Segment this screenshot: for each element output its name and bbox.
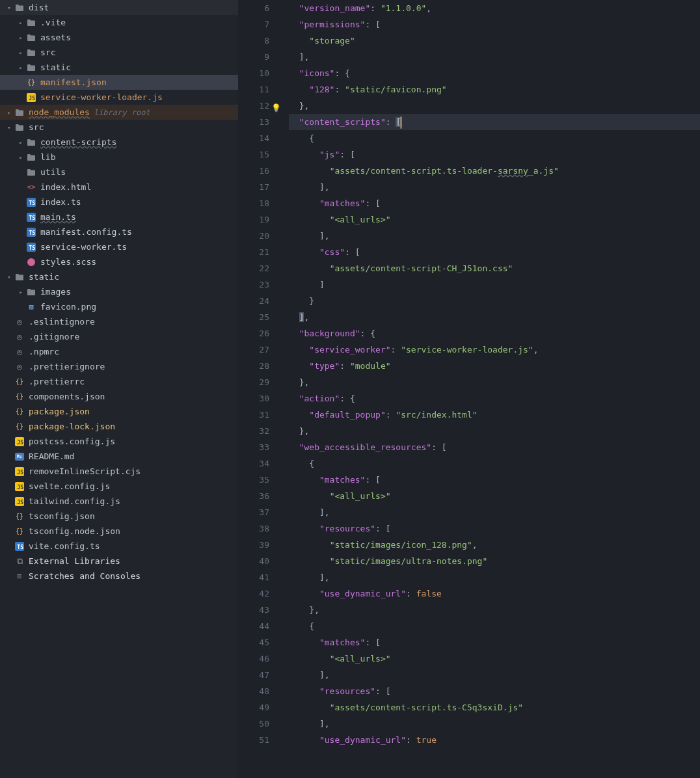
tree-item[interactable]: ▾static	[0, 269, 238, 284]
code-line[interactable]: "<all_urls>"	[289, 651, 700, 667]
tree-item[interactable]: ▸.vite	[0, 15, 238, 30]
code-line[interactable]: "background": {	[289, 325, 700, 342]
code-line[interactable]: "use_dynamic_url": false	[289, 585, 700, 602]
tree-item[interactable]: ▾src	[0, 120, 238, 135]
code-line[interactable]: "static/images/icon_128.png",	[289, 537, 700, 553]
code-editor[interactable]: 6789101112💡13141516171819202122232425262…	[238, 0, 700, 778]
code-line[interactable]: "action": {	[289, 390, 700, 407]
code-line[interactable]: "matches": [	[289, 195, 700, 211]
code-line[interactable]: "resources": [	[289, 520, 700, 537]
tree-item[interactable]: ▸images	[0, 284, 238, 299]
tree-item[interactable]: ▸▨favicon.png	[0, 299, 238, 314]
code-line[interactable]: "<all_urls>"	[289, 211, 700, 228]
tree-item[interactable]: ▸styles.scss	[0, 254, 238, 269]
code-line[interactable]: "js": [	[289, 146, 700, 163]
tree-item[interactable]: ▸TSservice-worker.ts	[0, 239, 238, 254]
tree-item[interactable]: ▸JStailwind.config.js	[0, 494, 238, 509]
code-line[interactable]: "css": [	[289, 244, 700, 260]
code-line[interactable]: ]	[289, 276, 700, 293]
tree-item[interactable]: ▸M↓README.md	[0, 449, 238, 464]
code-line[interactable]: ],	[289, 179, 700, 195]
lightbulb-icon[interactable]: 💡	[271, 100, 281, 116]
project-tree[interactable]: ▾dist▸.vite▸assets▸src▸static▸{}manifest…	[0, 0, 238, 778]
code-line[interactable]: "matches": [	[289, 472, 700, 488]
code-line[interactable]: "default_popup": "src/index.html"	[289, 407, 700, 423]
tree-item[interactable]: ▸JSservice-worker-loader.js	[0, 90, 238, 105]
code-line[interactable]: "assets/content-script.ts-C5q3sxiD.js"	[289, 699, 700, 716]
tree-item[interactable]: ▸JSpostcss.config.js	[0, 434, 238, 449]
code-line[interactable]: {	[289, 130, 700, 146]
code-line[interactable]: "assets/content-script.ts-loader-sarsny_…	[289, 163, 700, 179]
tree-item[interactable]: ▸content-scripts	[0, 135, 238, 150]
tree-item[interactable]: ▸{}manifest.json	[0, 75, 238, 90]
code-line[interactable]: },	[289, 374, 700, 390]
code-line[interactable]: "<all_urls>"	[289, 488, 700, 504]
tree-item[interactable]: ▸{}tsconfig.json	[0, 509, 238, 524]
code-line[interactable]: "web_accessible_resources": [	[289, 439, 700, 455]
code-line[interactable]: },	[289, 602, 700, 618]
chevron-right-icon[interactable]: ▸	[17, 49, 25, 57]
code-line[interactable]: "static/images/ultra-notes.png"	[289, 553, 700, 569]
tree-item[interactable]: ▸TSmanifest.config.ts	[0, 224, 238, 239]
chevron-right-icon[interactable]: ▸	[17, 19, 25, 27]
tree-item[interactable]: ▸node_moduleslibrary root	[0, 105, 238, 120]
chevron-right-icon[interactable]: ▸	[17, 64, 25, 72]
code-line[interactable]: },	[289, 98, 700, 114]
tree-item[interactable]: ▸TSvite.config.ts	[0, 539, 238, 554]
code-line[interactable]: {	[289, 618, 700, 634]
tree-item[interactable]: ▸TSmain.ts	[0, 209, 238, 224]
code-line[interactable]: "version_name": "1.1.0.0",	[289, 0, 700, 16]
code-line[interactable]: "content_scripts": [	[289, 114, 700, 130]
code-line[interactable]: "resources": [	[289, 683, 700, 699]
code-content[interactable]: "version_name": "1.1.0.0", "permissions"…	[286, 0, 700, 778]
code-line[interactable]: {	[289, 455, 700, 472]
chevron-right-icon[interactable]: ▸	[5, 109, 13, 116]
code-line[interactable]: "icons": {	[289, 65, 700, 81]
chevron-right-icon[interactable]: ▸	[17, 288, 25, 296]
code-line[interactable]: "use_dynamic_url": true	[289, 732, 700, 748]
code-line[interactable]: ],	[289, 309, 700, 325]
chevron-down-icon[interactable]: ▾	[5, 124, 13, 131]
tree-item[interactable]: ▾dist	[0, 0, 238, 15]
tree-item[interactable]: ▸◎.npmrc	[0, 344, 238, 359]
chevron-right-icon[interactable]: ▸	[17, 139, 25, 146]
chevron-down-icon[interactable]: ▾	[5, 273, 13, 281]
tree-item[interactable]: ▸{}package.json	[0, 404, 238, 419]
code-line[interactable]: ],	[289, 504, 700, 520]
code-line[interactable]: "storage"	[289, 33, 700, 49]
tree-item[interactable]: ▸{}components.json	[0, 389, 238, 404]
code-line[interactable]: "service_worker": "service-worker-loader…	[289, 342, 700, 358]
tree-item[interactable]: ▸lib	[0, 150, 238, 165]
code-line[interactable]: ],	[289, 667, 700, 683]
tree-item[interactable]: ▸≡Scratches and Consoles	[0, 569, 238, 584]
tree-item[interactable]: ▸{}.prettierrc	[0, 374, 238, 389]
tree-item[interactable]: ▸<>index.html	[0, 180, 238, 194]
tree-item[interactable]: ▸{}tsconfig.node.json	[0, 524, 238, 539]
code-line[interactable]: "type": "module"	[289, 358, 700, 374]
tree-item[interactable]: ▸◎.eslintignore	[0, 314, 238, 329]
tree-item[interactable]: ▸static	[0, 60, 238, 75]
code-line[interactable]: }	[289, 293, 700, 309]
code-line[interactable]: "matches": [	[289, 634, 700, 651]
tree-item[interactable]: ▸src	[0, 45, 238, 60]
code-line[interactable]: "assets/content-script-CH_J51on.css"	[289, 260, 700, 276]
tree-item[interactable]: ▸assets	[0, 30, 238, 45]
code-line[interactable]: ],	[289, 49, 700, 65]
code-line[interactable]: "128": "static/favicon.png"	[289, 81, 700, 98]
tree-item[interactable]: ▸JSsvelte.config.js	[0, 479, 238, 494]
tree-item[interactable]: ▸⧉External Libraries	[0, 554, 238, 569]
tree-item[interactable]: ▸TSindex.ts	[0, 194, 238, 209]
chevron-right-icon[interactable]: ▸	[17, 34, 25, 42]
tree-item[interactable]: ▸JSremoveInlineScript.cjs	[0, 464, 238, 479]
code-line[interactable]: ],	[289, 716, 700, 732]
tree-item[interactable]: ▸utils	[0, 165, 238, 180]
code-line[interactable]: },	[289, 423, 700, 439]
code-line[interactable]: "permissions": [	[289, 16, 700, 33]
tree-item[interactable]: ▸{}package-lock.json	[0, 419, 238, 434]
tree-item[interactable]: ▸◎.gitignore	[0, 329, 238, 344]
chevron-down-icon[interactable]: ▾	[5, 4, 13, 12]
chevron-right-icon[interactable]: ▸	[17, 154, 25, 161]
code-line[interactable]: ],	[289, 228, 700, 244]
tree-item[interactable]: ▸◎.prettierignore	[0, 359, 238, 374]
code-line[interactable]: ],	[289, 569, 700, 585]
